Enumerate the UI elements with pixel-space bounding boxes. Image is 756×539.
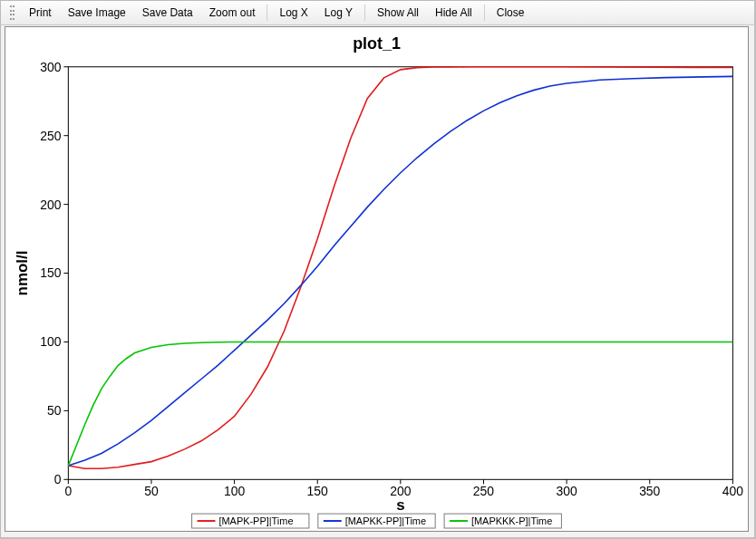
print-button[interactable]: Print: [22, 5, 59, 21]
x-tick-label: 100: [224, 484, 245, 498]
plot-area[interactable]: plot_1nmol/ls050100150200250300350400050…: [5, 26, 749, 532]
x-tick-label: 350: [639, 484, 660, 498]
toolbar: Print Save Image Save Data Zoom out Log …: [1, 1, 754, 25]
legend-label: [MAPKKK-P]|Time: [471, 515, 552, 526]
show-all-button[interactable]: Show All: [370, 5, 426, 21]
log-y-button[interactable]: Log Y: [317, 5, 360, 21]
x-tick-label: 200: [390, 484, 411, 498]
x-tick-label: 0: [64, 484, 72, 498]
y-tick-label: 50: [47, 403, 62, 418]
x-tick-label: 150: [307, 484, 328, 498]
series-line-2: [68, 342, 732, 466]
toolbar-separator: [364, 5, 365, 21]
log-x-button[interactable]: Log X: [272, 5, 315, 21]
y-tick-label: 150: [40, 266, 61, 281]
toolbar-grip-icon: [10, 5, 17, 20]
x-tick-label: 300: [557, 484, 577, 498]
plot-svg: plot_1nmol/ls050100150200250300350400050…: [5, 27, 748, 531]
close-button[interactable]: Close: [489, 5, 532, 21]
hide-all-button[interactable]: Hide All: [428, 5, 480, 21]
y-tick-label: 100: [40, 334, 61, 349]
save-data-button[interactable]: Save Data: [135, 5, 200, 21]
y-tick-label: 0: [54, 472, 62, 486]
save-image-button[interactable]: Save Image: [61, 5, 133, 21]
series-line-0: [68, 67, 732, 468]
x-tick-label: 400: [722, 484, 743, 498]
x-tick-label: 50: [144, 484, 159, 498]
zoom-out-button[interactable]: Zoom out: [202, 5, 263, 21]
y-tick-label: 300: [40, 60, 61, 74]
toolbar-separator: [267, 5, 267, 21]
legend-label: [MAPKK-PP]|Time: [345, 515, 426, 526]
x-tick-label: 250: [473, 484, 494, 498]
plot-title: plot_1: [353, 34, 401, 53]
plot-frame: [68, 67, 732, 480]
y-axis-label: nmol/l: [14, 251, 31, 296]
x-axis-label: s: [396, 496, 404, 514]
y-tick-label: 200: [40, 197, 61, 212]
series-line-1: [68, 76, 732, 466]
legend-label: [MAPK-PP]|Time: [218, 515, 293, 526]
toolbar-separator: [484, 5, 485, 21]
plot-window: Print Save Image Save Data Zoom out Log …: [0, 0, 756, 539]
y-tick-label: 250: [40, 129, 61, 143]
